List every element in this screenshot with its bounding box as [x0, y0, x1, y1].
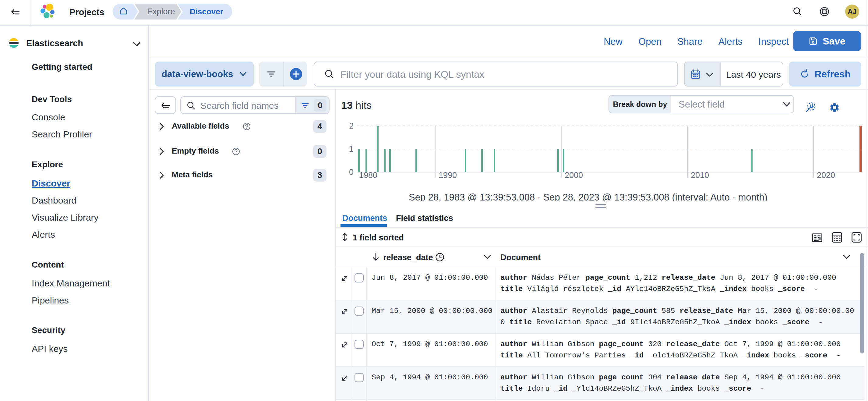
svg-text:Sep 28, 1983 @ 13:39:53.008 -: Sep 28, 1983 @ 13:39:53.008 - Sep 28, 20… — [409, 192, 768, 201]
svg-text:Explore: Explore — [147, 7, 175, 16]
svg-text:1980: 1980 — [359, 171, 377, 180]
svg-text:2020: 2020 — [817, 171, 835, 180]
svg-text:0: 0 — [349, 168, 353, 177]
svg-text:1990: 1990 — [439, 171, 457, 180]
svg-text:2: 2 — [349, 121, 353, 131]
svg-text:Discover: Discover — [190, 7, 223, 16]
svg-text:2010: 2010 — [691, 171, 709, 180]
svg-text:1: 1 — [349, 144, 353, 153]
svg-text:2000: 2000 — [565, 171, 583, 180]
